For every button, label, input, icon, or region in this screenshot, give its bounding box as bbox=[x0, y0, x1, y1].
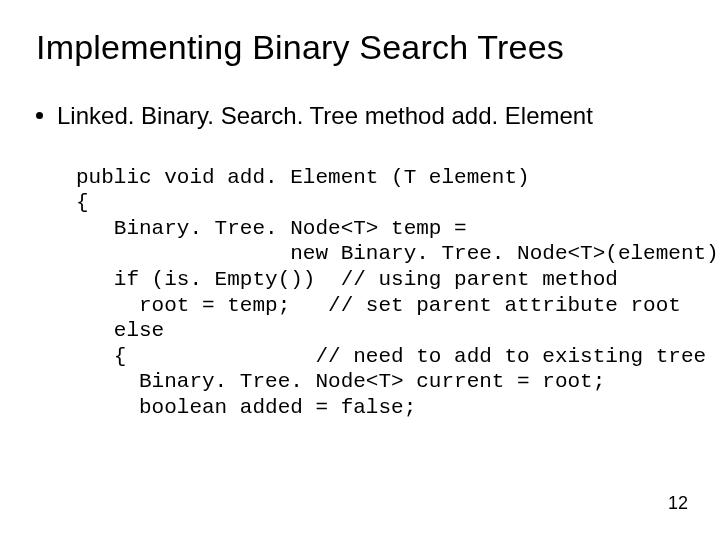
page-number: 12 bbox=[668, 493, 688, 514]
slide: Implementing Binary Search Trees Linked.… bbox=[0, 0, 720, 540]
bullet-item: Linked. Binary. Search. Tree method add.… bbox=[36, 101, 684, 131]
code-line: Binary. Tree. Node<T> temp = bbox=[76, 217, 467, 240]
code-line: else bbox=[76, 319, 164, 342]
bullet-dot-icon bbox=[36, 112, 43, 119]
code-line: Binary. Tree. Node<T> current = root; bbox=[76, 370, 605, 393]
code-line: root = temp; // set parent attribute roo… bbox=[76, 294, 681, 317]
code-line: boolean added = false; bbox=[76, 396, 416, 419]
code-block: public void add. Element (T element) { B… bbox=[76, 139, 684, 446]
slide-title: Implementing Binary Search Trees bbox=[36, 28, 684, 67]
code-line: { // need to add to existing tree bbox=[76, 345, 706, 368]
code-line: public void add. Element (T element) bbox=[76, 166, 530, 189]
code-line: { bbox=[76, 191, 89, 214]
bullet-text: Linked. Binary. Search. Tree method add.… bbox=[57, 101, 593, 131]
code-line: new Binary. Tree. Node<T>(element); bbox=[76, 242, 720, 265]
code-line: if (is. Empty()) // using parent method bbox=[76, 268, 618, 291]
